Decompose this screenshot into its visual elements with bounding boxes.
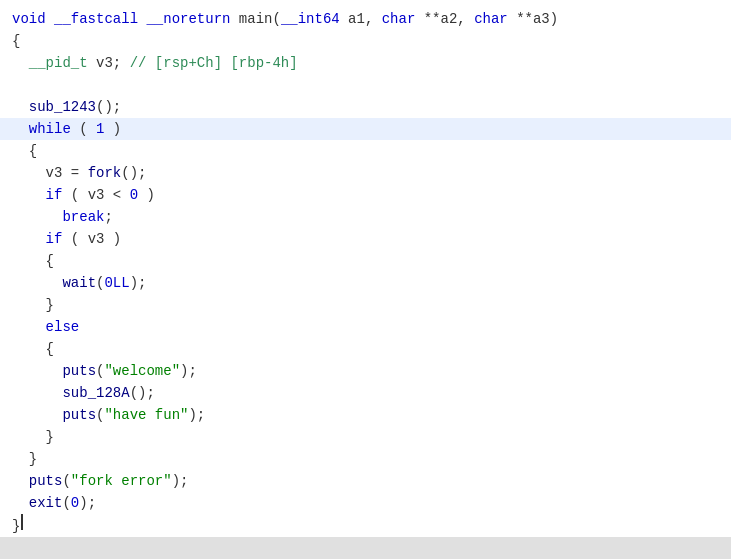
comment-1: // [rsp+Ch] [rbp-4h] xyxy=(130,52,298,74)
keyword-while: while xyxy=(29,118,71,140)
code-line-7: { xyxy=(0,140,731,162)
type-pid: __pid_t xyxy=(29,52,88,74)
code-line-14: } xyxy=(0,294,731,316)
code-line-22: puts("fork error"); xyxy=(0,470,731,492)
fn-wait: wait xyxy=(62,272,96,294)
fn-puts2: puts xyxy=(62,404,96,426)
str-havefun: "have fun" xyxy=(104,404,188,426)
num-0b: 0 xyxy=(71,492,79,514)
code-line-18: sub_128A(); xyxy=(0,382,731,404)
keyword-fastcall: __fastcall xyxy=(54,8,138,30)
num-0ll: 0LL xyxy=(104,272,129,294)
code-line-23: exit(0); xyxy=(0,492,731,514)
code-line-19: puts("have fun"); xyxy=(0,404,731,426)
code-line-16: { xyxy=(0,338,731,360)
fn-exit: exit xyxy=(29,492,63,514)
code-line-5: sub_1243(); xyxy=(0,96,731,118)
fn-sub128a: sub_128A xyxy=(62,382,129,404)
fn-puts3: puts xyxy=(29,470,63,492)
code-line-4 xyxy=(0,74,731,96)
code-line-8: v3 = fork(); xyxy=(0,162,731,184)
code-line-6: while ( 1 ) xyxy=(0,118,731,140)
keyword-break: break xyxy=(62,206,104,228)
fn-puts1: puts xyxy=(62,360,96,382)
code-line-15: else xyxy=(0,316,731,338)
keyword-else: else xyxy=(46,316,80,338)
code-line-11: if ( v3 ) xyxy=(0,228,731,250)
code-line-10: break; xyxy=(0,206,731,228)
str-forkerror: "fork error" xyxy=(71,470,172,492)
fn-fork: fork xyxy=(88,162,122,184)
code-line-21: } xyxy=(0,448,731,470)
code-line-9: if ( v3 < 0 ) xyxy=(0,184,731,206)
bottom-bar xyxy=(0,537,731,559)
code-editor: void __fastcall __noreturn main(__int64 … xyxy=(0,0,731,559)
num-0a: 0 xyxy=(130,184,138,206)
num-1: 1 xyxy=(96,118,104,140)
code-line-2: { xyxy=(0,30,731,52)
type-char2: char xyxy=(474,8,508,30)
type-int64: __int64 xyxy=(281,8,340,30)
text-cursor xyxy=(21,514,23,530)
code-line-13: wait(0LL); xyxy=(0,272,731,294)
code-line-12: { xyxy=(0,250,731,272)
keyword-if1: if xyxy=(46,184,63,206)
str-welcome: "welcome" xyxy=(104,360,180,382)
code-line-20: } xyxy=(0,426,731,448)
fn-sub1243: sub_1243 xyxy=(29,96,96,118)
keyword-void: void xyxy=(12,8,46,30)
keyword-noreturn: __noreturn xyxy=(146,8,230,30)
code-line-1: void __fastcall __noreturn main(__int64 … xyxy=(0,8,731,30)
type-char1: char xyxy=(382,8,416,30)
keyword-if2: if xyxy=(46,228,63,250)
code-line-3: __pid_t v3; // [rsp+Ch] [rbp-4h] xyxy=(0,52,731,74)
code-line-17: puts("welcome"); xyxy=(0,360,731,382)
code-line-24: } xyxy=(0,514,731,537)
